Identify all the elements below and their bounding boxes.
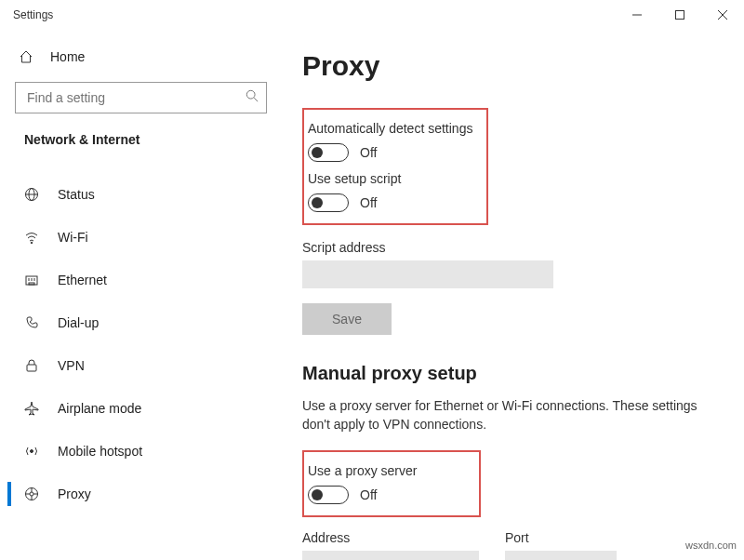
maximize-button[interactable]	[658, 0, 701, 30]
title-bar: Settings	[0, 0, 744, 30]
search-field[interactable]	[25, 89, 246, 106]
svg-point-4	[246, 90, 255, 99]
search-input[interactable]	[15, 82, 267, 113]
airplane-icon	[24, 401, 39, 416]
svg-rect-15	[27, 365, 36, 371]
svg-line-5	[254, 98, 258, 101]
manual-heading: Manual proxy setup	[302, 363, 716, 384]
home-nav[interactable]: Home	[7, 37, 274, 76]
use-proxy-toggle[interactable]	[308, 486, 349, 504]
window-title: Settings	[13, 8, 53, 21]
window-controls	[616, 0, 744, 30]
nav-list: Status Wi-Fi Ethernet Dial-up VPN Airpla…	[7, 173, 274, 515]
home-label: Home	[50, 49, 85, 64]
sidebar-item-label: Proxy	[58, 487, 91, 501]
sidebar-item-vpn[interactable]: VPN	[7, 344, 274, 387]
sidebar-item-label: Ethernet	[58, 273, 107, 287]
ethernet-icon	[24, 273, 39, 287]
sidebar-item-status[interactable]: Status	[7, 173, 274, 216]
sidebar-item-label: Mobile hotspot	[58, 444, 142, 459]
auto-detect-toggle[interactable]	[308, 143, 349, 162]
vpn-icon	[24, 358, 39, 373]
close-button[interactable]	[701, 0, 744, 30]
content-area: Proxy Automatically detect settings Off …	[274, 30, 744, 560]
auto-detect-state: Off	[360, 145, 377, 160]
sidebar-item-proxy[interactable]: Proxy	[7, 473, 274, 515]
page-title: Proxy	[302, 50, 716, 82]
wifi-icon	[24, 230, 39, 245]
search-icon	[246, 89, 259, 106]
use-script-toggle[interactable]	[308, 193, 349, 212]
script-address-label: Script address	[302, 240, 716, 255]
watermark: wsxdn.com	[685, 540, 737, 551]
sidebar-item-label: Status	[58, 187, 95, 202]
port-input[interactable]	[505, 551, 617, 560]
sidebar-item-label: Wi-Fi	[58, 230, 88, 245]
svg-rect-1	[676, 11, 684, 20]
address-input[interactable]	[302, 551, 479, 560]
proxy-icon	[24, 487, 39, 501]
section-title: Network & Internet	[7, 113, 274, 154]
use-script-state: Off	[360, 195, 377, 210]
hotspot-icon	[24, 444, 39, 459]
use-script-label: Use setup script	[308, 171, 475, 186]
auto-detect-label: Automatically detect settings	[308, 121, 475, 136]
sidebar-item-ethernet[interactable]: Ethernet	[7, 259, 274, 301]
highlight-auto-section: Automatically detect settings Off Use se…	[302, 108, 488, 225]
svg-rect-11	[29, 283, 34, 285]
minimize-button[interactable]	[616, 0, 658, 30]
svg-point-18	[30, 492, 33, 496]
sidebar-item-label: Airplane mode	[58, 401, 141, 416]
use-proxy-label: Use a proxy server	[308, 463, 468, 478]
sidebar-item-label: VPN	[58, 358, 85, 373]
globe-icon	[24, 187, 39, 202]
script-address-input[interactable]	[302, 260, 553, 288]
port-label: Port	[505, 530, 617, 545]
address-label: Address	[302, 530, 479, 545]
svg-point-16	[31, 450, 33, 453]
sidebar-item-hotspot[interactable]: Mobile hotspot	[7, 430, 274, 473]
sidebar-item-airplane[interactable]: Airplane mode	[7, 387, 274, 430]
manual-description: Use a proxy server for Ethernet or Wi-Fi…	[302, 397, 702, 433]
sidebar-item-label: Dial-up	[58, 315, 99, 330]
sidebar: Home Network & Internet Status Wi-Fi Eth…	[0, 30, 274, 515]
home-icon	[19, 49, 33, 64]
save-button[interactable]: Save	[302, 303, 392, 335]
dialup-icon	[24, 315, 39, 330]
use-proxy-state: Off	[360, 487, 377, 502]
sidebar-item-dialup[interactable]: Dial-up	[7, 301, 274, 344]
svg-point-9	[31, 242, 33, 244]
sidebar-item-wifi[interactable]: Wi-Fi	[7, 216, 274, 259]
highlight-proxy-section: Use a proxy server Off	[302, 450, 481, 517]
